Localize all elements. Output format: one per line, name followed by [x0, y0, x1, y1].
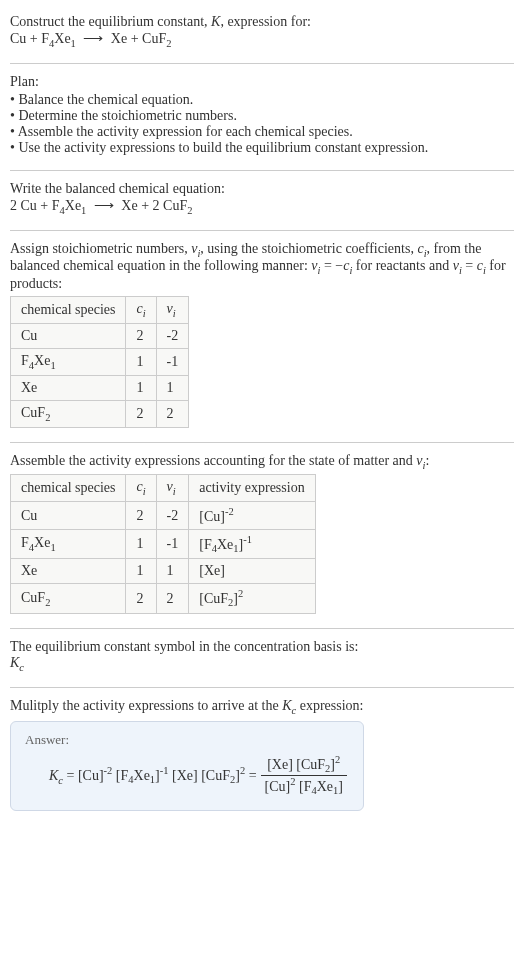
divider: [10, 230, 514, 231]
cell-species: CuF2: [11, 400, 126, 427]
kc-symbol-section: The equilibrium constant symbol in the c…: [10, 633, 514, 683]
kc-symbol: Kc: [10, 655, 514, 673]
intro-text: Construct the equilibrium constant, K, e…: [10, 14, 514, 30]
cell-vi: 1: [156, 559, 189, 584]
kc-symbol-text: The equilibrium constant symbol in the c…: [10, 639, 514, 655]
col-vi: νi: [156, 297, 189, 324]
cell-vi: 1: [156, 375, 189, 400]
cell-ci: 1: [126, 375, 156, 400]
balanced-equation: 2 Cu + F4Xe1 ⟶ Xe + 2 CuF2: [10, 197, 514, 216]
divider: [10, 687, 514, 688]
table-header-row: chemical species ci νi activity expressi…: [11, 475, 316, 502]
plan-item: Balance the chemical equation.: [10, 92, 514, 108]
divider: [10, 628, 514, 629]
answer-box: Answer: Kc = [Cu]-2 [F4Xe1]-1 [Xe] [CuF2…: [10, 721, 364, 811]
table-row: CuF2 2 2 [CuF2]2: [11, 584, 316, 613]
table-row: F4Xe1 1 -1: [11, 348, 189, 375]
cell-activity: [F4Xe1]-1: [189, 529, 315, 558]
table-row: Xe 1 1 [Xe]: [11, 559, 316, 584]
plan-item: Determine the stoichiometric numbers.: [10, 108, 514, 124]
table-row: Xe 1 1: [11, 375, 189, 400]
col-vi: νi: [156, 475, 189, 502]
activity-text: Assemble the activity expressions accoun…: [10, 453, 514, 471]
activity-table: chemical species ci νi activity expressi…: [10, 474, 316, 613]
cell-species: Xe: [11, 559, 126, 584]
col-species: chemical species: [11, 475, 126, 502]
assign-section: Assign stoichiometric numbers, νi, using…: [10, 235, 514, 438]
balanced-heading: Write the balanced chemical equation:: [10, 181, 514, 197]
cell-ci: 2: [126, 502, 156, 530]
cell-vi: -2: [156, 323, 189, 348]
fraction-numerator: [Xe] [CuF2]2: [261, 754, 347, 775]
table-row: F4Xe1 1 -1 [F4Xe1]-1: [11, 529, 316, 558]
stoich-table: chemical species ci νi Cu 2 -2 F4Xe1 1 -…: [10, 296, 189, 427]
plan-list: Balance the chemical equation. Determine…: [10, 92, 514, 156]
divider: [10, 442, 514, 443]
table-row: CuF2 2 2: [11, 400, 189, 427]
multiply-text: Mulitply the activity expressions to arr…: [10, 698, 514, 716]
cell-species: Xe: [11, 375, 126, 400]
cell-activity: [Xe]: [189, 559, 315, 584]
activity-section: Assemble the activity expressions accoun…: [10, 447, 514, 624]
fraction: [Xe] [CuF2]2 [Cu]2 [F4Xe1]: [261, 754, 347, 796]
divider: [10, 63, 514, 64]
plan-heading: Plan:: [10, 74, 514, 90]
plan-item: Assemble the activity expression for eac…: [10, 124, 514, 140]
table-row: Cu 2 -2: [11, 323, 189, 348]
cell-species: F4Xe1: [11, 529, 126, 558]
cell-vi: -2: [156, 502, 189, 530]
cell-vi: -1: [156, 529, 189, 558]
cell-species: F4Xe1: [11, 348, 126, 375]
table-row: Cu 2 -2 [Cu]-2: [11, 502, 316, 530]
col-ci: ci: [126, 297, 156, 324]
table-header-row: chemical species ci νi: [11, 297, 189, 324]
cell-ci: 1: [126, 529, 156, 558]
cell-activity: [CuF2]2: [189, 584, 315, 613]
answer-label: Answer:: [25, 732, 349, 748]
cell-vi: 2: [156, 584, 189, 613]
fraction-denominator: [Cu]2 [F4Xe1]: [261, 776, 347, 796]
plan-section: Plan: Balance the chemical equation. Det…: [10, 68, 514, 166]
intro-equation: Cu + F4Xe1 ⟶ Xe + CuF2: [10, 30, 514, 49]
cell-ci: 1: [126, 348, 156, 375]
col-activity: activity expression: [189, 475, 315, 502]
intro-section: Construct the equilibrium constant, K, e…: [10, 8, 514, 59]
multiply-section: Mulitply the activity expressions to arr…: [10, 692, 514, 822]
kc-expression: Kc = [Cu]-2 [F4Xe1]-1 [Xe] [CuF2]2 = [Xe…: [25, 754, 349, 796]
cell-vi: 2: [156, 400, 189, 427]
divider: [10, 170, 514, 171]
cell-vi: -1: [156, 348, 189, 375]
cell-species: CuF2: [11, 584, 126, 613]
cell-ci: 2: [126, 323, 156, 348]
balanced-section: Write the balanced chemical equation: 2 …: [10, 175, 514, 226]
cell-species: Cu: [11, 502, 126, 530]
col-ci: ci: [126, 475, 156, 502]
cell-ci: 1: [126, 559, 156, 584]
col-species: chemical species: [11, 297, 126, 324]
cell-ci: 2: [126, 584, 156, 613]
plan-item: Use the activity expressions to build th…: [10, 140, 514, 156]
cell-species: Cu: [11, 323, 126, 348]
cell-activity: [Cu]-2: [189, 502, 315, 530]
assign-text: Assign stoichiometric numbers, νi, using…: [10, 241, 514, 293]
cell-ci: 2: [126, 400, 156, 427]
